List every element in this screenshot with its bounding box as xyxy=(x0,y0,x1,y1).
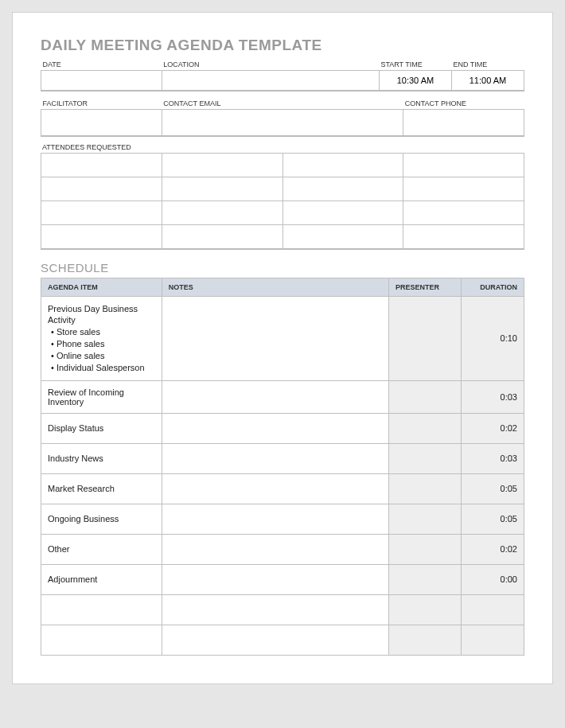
field-contact-phone[interactable] xyxy=(403,109,524,136)
table-row xyxy=(41,594,524,625)
table-row: Previous Day Business Activity• Store sa… xyxy=(41,296,524,380)
cell-notes[interactable] xyxy=(162,564,388,594)
cell-presenter[interactable] xyxy=(389,296,462,380)
cell-notes[interactable] xyxy=(162,625,388,655)
cell-notes[interactable] xyxy=(162,504,388,534)
cell-duration[interactable]: 0:03 xyxy=(462,443,524,473)
attendee-cell[interactable] xyxy=(282,154,403,177)
table-row: Display Status0:02 xyxy=(41,413,524,443)
agenda-item-text: Previous Day Business Activity xyxy=(48,303,155,327)
cell-notes[interactable] xyxy=(162,380,388,413)
agenda-sub-item: • Online sales xyxy=(48,350,155,362)
cell-agenda-item[interactable] xyxy=(41,625,162,655)
field-start-time[interactable]: 10:30 AM xyxy=(379,71,451,91)
attendee-cell[interactable] xyxy=(282,177,403,201)
cell-presenter[interactable] xyxy=(389,443,462,473)
cell-presenter[interactable] xyxy=(389,625,462,655)
agenda-sub-item: • Individual Salesperson xyxy=(48,362,155,374)
field-contact-email[interactable] xyxy=(162,109,403,136)
cell-presenter[interactable] xyxy=(389,473,462,504)
cell-duration[interactable]: 0:02 xyxy=(462,534,524,564)
cell-presenter[interactable] xyxy=(389,413,462,443)
agenda-sub-item: • Phone sales xyxy=(48,338,155,350)
label-contact-email: CONTACT EMAIL xyxy=(162,98,403,110)
cell-agenda-item[interactable]: Previous Day Business Activity• Store sa… xyxy=(41,296,162,380)
attendee-cell[interactable] xyxy=(162,177,282,201)
cell-agenda-item[interactable]: Ongoing Business xyxy=(41,504,162,534)
col-agenda-item: AGENDA ITEM xyxy=(41,278,162,296)
cell-notes[interactable] xyxy=(162,443,388,473)
attendee-cell[interactable] xyxy=(41,154,162,177)
cell-presenter[interactable] xyxy=(389,594,462,625)
cell-duration[interactable]: 0:10 xyxy=(462,296,524,380)
cell-duration[interactable]: 0:00 xyxy=(462,564,524,594)
schedule-table: AGENDA ITEM NOTES PRESENTER DURATION Pre… xyxy=(41,278,524,656)
attendee-cell[interactable] xyxy=(41,225,162,249)
table-row: Adjournment0:00 xyxy=(41,564,524,594)
info-table-1: DATE LOCATION START TIME END TIME 10:30 … xyxy=(41,59,524,91)
cell-agenda-item[interactable]: Adjournment xyxy=(41,564,162,594)
cell-presenter[interactable] xyxy=(389,564,462,594)
page-title: DAILY MEETING AGENDA TEMPLATE xyxy=(41,37,524,54)
table-row: Review of Incoming Inventory0:03 xyxy=(41,380,524,413)
attendee-cell[interactable] xyxy=(282,225,403,249)
cell-notes[interactable] xyxy=(162,413,388,443)
attendee-cell[interactable] xyxy=(162,154,282,177)
agenda-sub-item: • Store sales xyxy=(48,326,155,338)
table-row xyxy=(41,625,524,655)
label-attendees: ATTENDEES REQUESTED xyxy=(41,143,524,151)
label-end-time: END TIME xyxy=(451,59,524,71)
label-contact-phone: CONTACT PHONE xyxy=(403,98,524,110)
attendee-cell[interactable] xyxy=(282,201,403,225)
cell-agenda-item[interactable]: Industry News xyxy=(41,443,162,473)
label-date: DATE xyxy=(41,59,162,71)
attendee-cell[interactable] xyxy=(403,177,524,201)
cell-agenda-item[interactable]: Display Status xyxy=(41,413,162,443)
cell-agenda-item[interactable]: Review of Incoming Inventory xyxy=(41,380,162,413)
attendee-cell[interactable] xyxy=(41,201,162,225)
cell-presenter[interactable] xyxy=(389,504,462,534)
col-duration: DURATION xyxy=(462,278,524,296)
cell-notes[interactable] xyxy=(162,594,388,625)
cell-duration[interactable]: 0:02 xyxy=(462,413,524,443)
cell-duration[interactable]: 0:03 xyxy=(462,380,524,413)
attendee-cell[interactable] xyxy=(162,225,282,249)
attendee-cell[interactable] xyxy=(403,225,524,249)
label-start-time: START TIME xyxy=(379,59,451,71)
table-row: Market Research0:05 xyxy=(41,473,524,504)
cell-duration[interactable]: 0:05 xyxy=(462,473,524,504)
attendee-cell[interactable] xyxy=(403,154,524,177)
cell-notes[interactable] xyxy=(162,296,388,380)
attendee-cell[interactable] xyxy=(162,201,282,225)
col-presenter: PRESENTER xyxy=(389,278,462,296)
cell-duration[interactable] xyxy=(462,594,524,625)
col-notes: NOTES xyxy=(162,278,388,296)
field-date[interactable] xyxy=(41,71,162,91)
attendees-table xyxy=(41,153,524,250)
cell-notes[interactable] xyxy=(162,534,388,564)
label-facilitator: FACILITATOR xyxy=(41,98,162,110)
table-row: Industry News0:03 xyxy=(41,443,524,473)
cell-agenda-item[interactable] xyxy=(41,594,162,625)
table-row: Other0:02 xyxy=(41,534,524,564)
field-location[interactable] xyxy=(162,71,379,91)
cell-duration[interactable]: 0:05 xyxy=(462,504,524,534)
field-end-time[interactable]: 11:00 AM xyxy=(451,71,524,91)
cell-presenter[interactable] xyxy=(389,534,462,564)
attendee-cell[interactable] xyxy=(41,177,162,201)
cell-agenda-item[interactable]: Other xyxy=(41,534,162,564)
cell-notes[interactable] xyxy=(162,473,388,504)
cell-duration[interactable] xyxy=(462,625,524,655)
schedule-heading: SCHEDULE xyxy=(41,261,524,274)
page: DAILY MEETING AGENDA TEMPLATE DATE LOCAT… xyxy=(12,12,553,684)
table-row: Ongoing Business0:05 xyxy=(41,504,524,534)
field-facilitator[interactable] xyxy=(41,109,162,136)
cell-presenter[interactable] xyxy=(389,380,462,413)
attendee-cell[interactable] xyxy=(403,201,524,225)
cell-agenda-item[interactable]: Market Research xyxy=(41,473,162,504)
label-location: LOCATION xyxy=(162,59,379,71)
info-table-2: FACILITATOR CONTACT EMAIL CONTACT PHONE xyxy=(41,98,524,138)
